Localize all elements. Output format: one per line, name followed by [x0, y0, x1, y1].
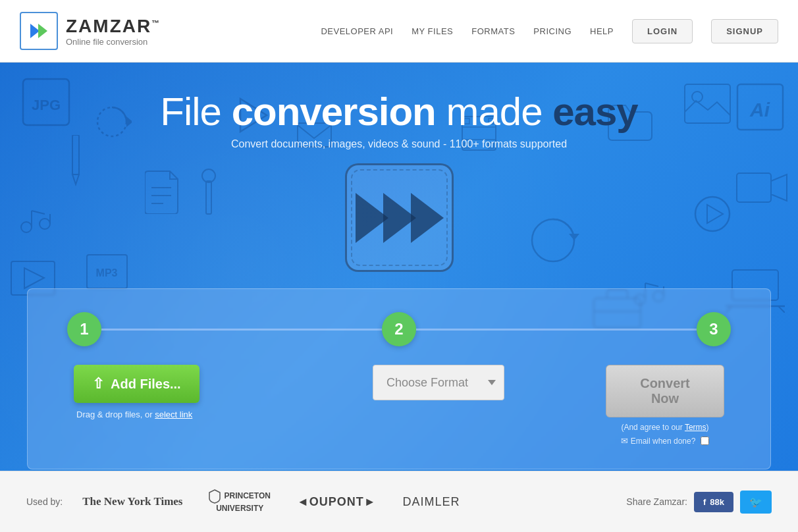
- main-nav: DEVELOPER API MY FILES FORMATS PRICING H…: [321, 19, 778, 43]
- drag-drop-text: Drag & drop files, or select link: [74, 410, 192, 419]
- svg-line-8: [32, 211, 45, 214]
- header: ZAMZAR™ Online file conversion DEVELOPER…: [0, 0, 798, 63]
- email-label: Email when done?: [631, 437, 696, 446]
- hero-section: JPG MP3: [0, 63, 798, 471]
- facebook-icon: f: [703, 497, 706, 507]
- actions-row: ⇧ Add Files... Drag & drop files, or sel…: [67, 365, 731, 446]
- doodle-refresh-right: [527, 214, 579, 269]
- doodle-pencil: [66, 135, 86, 190]
- nav-formats[interactable]: FORMATS: [471, 26, 515, 36]
- email-check: ✉ Email when done?: [621, 436, 710, 446]
- brand-dupont: ◄OUPONT►: [297, 495, 377, 509]
- title-conversion: conversion: [232, 90, 436, 134]
- svg-rect-19: [685, 84, 730, 123]
- svg-text:JPG: JPG: [32, 97, 61, 113]
- step-line-1-2: [101, 329, 382, 331]
- doodle-refresh: [92, 102, 132, 144]
- svg-point-23: [695, 197, 730, 231]
- select-link[interactable]: select link: [155, 410, 192, 419]
- footer-bar: Used by: The New York Times PRINCETONUNI…: [0, 471, 798, 532]
- doodle-play-r: [693, 194, 732, 236]
- logo-icon: [20, 12, 58, 50]
- svg-line-28: [778, 306, 785, 313]
- doodle-mp3: MP3: [86, 253, 128, 292]
- step-2-circle: 2: [382, 312, 416, 346]
- action-col-3: Convert Now (And agree to our Terms) ✉ E…: [599, 365, 731, 446]
- step-1-circle: 1: [67, 312, 101, 346]
- doodle-video-r: [735, 168, 788, 210]
- logo-sub: Online file conversion: [66, 37, 161, 47]
- conversion-panel: 1 2 3 ⇧ Add Files... Drag & drop files, …: [27, 288, 771, 469]
- doodle-wrench: [198, 168, 221, 223]
- svg-rect-4: [72, 135, 79, 174]
- center-logo: [345, 163, 454, 272]
- svg-marker-24: [707, 205, 723, 223]
- doodle-image-r: [683, 82, 732, 128]
- step-line-2-3: [416, 329, 697, 331]
- svg-marker-12: [24, 268, 44, 288]
- convert-now-button[interactable]: Convert Now: [606, 365, 724, 417]
- arrow-1: [356, 193, 388, 243]
- email-icon: ✉: [621, 436, 628, 446]
- svg-line-31: [645, 283, 658, 286]
- svg-marker-1: [38, 24, 47, 38]
- twitter-share-button[interactable]: 🐦: [740, 491, 772, 514]
- format-select[interactable]: Choose Format: [373, 365, 504, 400]
- logo-name: ZAMZAR™: [66, 16, 161, 37]
- svg-text:Ai: Ai: [749, 99, 770, 120]
- svg-rect-21: [737, 173, 771, 202]
- hero-subtitle: Convert documents, images, videos & soun…: [231, 138, 567, 150]
- title-easy: easy: [552, 90, 637, 134]
- svg-point-9: [40, 219, 50, 229]
- share-area: Share Zamzar: f 88k 🐦: [626, 491, 772, 514]
- twitter-icon: 🐦: [749, 496, 762, 508]
- terms-link[interactable]: Terms: [685, 423, 706, 432]
- svg-point-6: [21, 222, 32, 232]
- signup-button[interactable]: SIGNUP: [711, 19, 778, 43]
- facebook-share-button[interactable]: f 88k: [694, 492, 733, 512]
- nav-help[interactable]: HELP: [590, 26, 614, 36]
- center-logo-box: [345, 163, 454, 272]
- add-files-button[interactable]: ⇧ Add Files...: [74, 365, 200, 403]
- svg-marker-49: [569, 234, 579, 240]
- facebook-count: 88k: [710, 497, 724, 507]
- steps-row: 1 2 3: [67, 312, 731, 346]
- nav-my-files[interactable]: MY FILES: [412, 26, 453, 36]
- upload-icon: ⇧: [92, 375, 104, 392]
- step-3-circle: 3: [697, 312, 731, 346]
- doodle-ai: Ai: [735, 82, 785, 134]
- email-checkbox[interactable]: [701, 437, 709, 445]
- title-made: made: [436, 90, 552, 134]
- arrow-3: [411, 193, 444, 243]
- doodle-music: [20, 207, 53, 236]
- logo-area: ZAMZAR™ Online file conversion: [20, 12, 161, 50]
- svg-rect-37: [206, 181, 211, 214]
- svg-marker-16: [126, 117, 132, 127]
- doodle-jpg: JPG: [20, 76, 72, 131]
- share-label: Share Zamzar:: [626, 496, 687, 507]
- svg-point-20: [692, 92, 703, 102]
- used-by-label: Used by:: [26, 496, 63, 507]
- nav-pricing[interactable]: PRICING: [533, 26, 572, 36]
- svg-marker-0: [30, 24, 40, 38]
- action-col-2: Choose Format: [366, 365, 511, 400]
- brand-logos: The New York Times PRINCETONUNIVERSITY ◄…: [82, 489, 626, 514]
- arrow-2: [383, 193, 416, 243]
- svg-marker-22: [771, 174, 787, 201]
- brand-princeton: PRINCETONUNIVERSITY: [209, 489, 270, 514]
- play-arrows: [361, 193, 444, 243]
- svg-text:MP3: MP3: [96, 267, 118, 279]
- nav-developer-api[interactable]: DEVELOPER API: [321, 26, 393, 36]
- hero-title: File conversion made easy: [160, 89, 637, 134]
- title-file: File: [160, 90, 231, 134]
- svg-marker-5: [72, 174, 79, 184]
- convert-terms: (And agree to our Terms): [621, 423, 708, 432]
- brand-nyt: The New York Times: [82, 495, 182, 508]
- logo-text: ZAMZAR™ Online file conversion: [66, 16, 161, 47]
- login-button[interactable]: LOGIN: [632, 19, 693, 43]
- brand-daimler: DAIMLER: [403, 495, 460, 509]
- doodle-doc: [145, 168, 181, 217]
- action-col-1: ⇧ Add Files... Drag & drop files, or sel…: [67, 365, 278, 419]
